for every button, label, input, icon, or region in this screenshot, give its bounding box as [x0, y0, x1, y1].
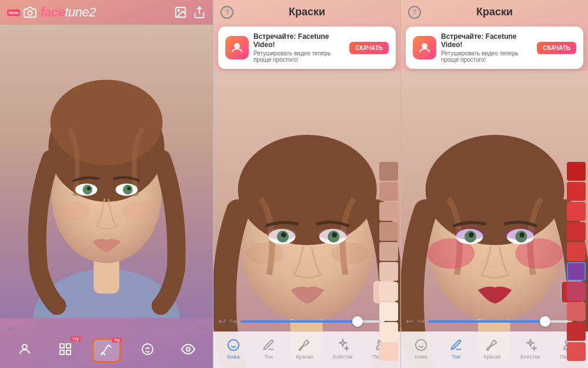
tools-row: Try Try	[0, 339, 213, 362]
svg-rect-22	[60, 350, 64, 354]
tab-kraski-2[interactable]: Краски	[292, 336, 316, 361]
panel2-header: ? Краски	[213, 0, 400, 24]
promo-text-3: Встречайте: Facetune Video! Ретушировать…	[441, 32, 532, 63]
undo-icon-2[interactable]: ↩	[218, 316, 226, 327]
swatch-3-2[interactable]	[379, 202, 398, 221]
swatch-5-3[interactable]	[567, 242, 586, 261]
tool-eye[interactable]	[175, 339, 201, 362]
swatch-8-2[interactable]	[379, 302, 398, 321]
tab-blestki-3[interactable]: Блестки	[517, 336, 544, 361]
tool-brush[interactable]: Try	[92, 339, 121, 362]
svg-point-24	[142, 344, 153, 354]
tool-grid[interactable]: Try	[52, 339, 78, 362]
promo-subtitle-3: Ретушировать видео теперь проще простого…	[441, 50, 532, 63]
swatch-8-3[interactable]	[567, 302, 586, 321]
kraski-icon-2	[297, 337, 312, 353]
svg-point-10	[51, 79, 163, 165]
new-badge: New	[7, 9, 20, 16]
tab-blestki-2[interactable]: Блестки	[329, 336, 356, 361]
svg-rect-23	[66, 350, 71, 354]
svg-rect-20	[60, 344, 64, 348]
swatch-2-3[interactable]	[567, 182, 586, 201]
svg-point-41	[331, 243, 368, 264]
header-left: New facetune2	[7, 5, 96, 20]
promo-text-2: Встречайте: Facetune Video! Ретушировать…	[253, 32, 345, 63]
swatch-10-2[interactable]	[379, 342, 398, 361]
blestki-icon-2	[335, 337, 350, 353]
kozha-icon-2	[226, 337, 241, 353]
panel-kraski-neutral: ? Краски Встречайте: Facetune Video! Рет…	[213, 0, 400, 368]
svg-point-0	[28, 11, 32, 15]
svg-point-43	[422, 43, 427, 49]
svg-point-18	[122, 202, 153, 220]
swatch-2-2[interactable]	[379, 182, 398, 201]
swatch-7-2[interactable]	[379, 282, 398, 301]
svg-point-17	[60, 202, 91, 220]
swatch-4-2[interactable]	[379, 222, 398, 241]
redo-icon-2[interactable]: ↪	[229, 316, 237, 327]
app-logo: facetune2	[40, 5, 96, 20]
promo-banner-2: Встречайте: Facetune Video! Ретушировать…	[218, 26, 396, 69]
redo-icon-3[interactable]: ↪	[417, 316, 425, 327]
panel2-title: Краски	[289, 6, 325, 18]
tab-kozha-3[interactable]: Кожа	[410, 336, 432, 361]
portrait-image-1	[0, 25, 213, 318]
undo-icon-3[interactable]: ↩	[406, 316, 413, 327]
svg-point-25	[186, 347, 190, 351]
ton-icon-2	[261, 337, 276, 353]
tab-kozha-2[interactable]: Кожа	[222, 336, 245, 361]
portrait-area-3: ↩ ↪ ⊡	[401, 71, 588, 368]
swatch-9-3[interactable]	[567, 322, 586, 341]
swatch-6-2[interactable]	[379, 262, 398, 281]
panel-main: New facetune2	[0, 0, 213, 368]
promo-download-button-2[interactable]: СКАЧАТЬ	[349, 42, 389, 54]
promo-title-3: Встречайте: Facetune Video!	[441, 32, 532, 49]
grid-icon	[57, 341, 74, 357]
swatch-4-3[interactable]	[567, 222, 586, 241]
eye-icon	[180, 341, 196, 357]
undo-icon[interactable]: ↩	[7, 323, 15, 334]
swatch-10-3[interactable]	[567, 342, 586, 361]
help-button-2[interactable]: ?	[220, 6, 233, 19]
person-icon	[16, 341, 33, 357]
tab-ton-2[interactable]: Тон	[258, 336, 280, 361]
intensity-slider-3[interactable]	[428, 320, 572, 323]
slider-row-2: ↩ ↪ ⊡	[218, 316, 396, 327]
tab-kraski-3[interactable]: Краски	[480, 336, 504, 361]
bottom-toolbar-3: Кожа Тон Краски	[401, 331, 588, 368]
swatch-6-3[interactable]	[567, 262, 586, 281]
svg-point-58	[519, 233, 524, 238]
tab-kraski-label-2: Краски	[296, 354, 313, 360]
try-badge-brush: Try	[112, 337, 122, 343]
portrait-area-1	[0, 25, 213, 318]
header-right	[174, 6, 206, 19]
swatch-7-3[interactable]	[567, 282, 586, 301]
tab-ton-3[interactable]: Тон	[445, 336, 467, 361]
swatch-9-2[interactable]	[379, 322, 398, 341]
svg-point-19	[22, 344, 27, 349]
redo-icon[interactable]: ↪	[198, 323, 206, 334]
face-icon	[139, 341, 156, 357]
camera-icon[interactable]	[24, 6, 36, 19]
ton-icon-3	[449, 337, 464, 353]
svg-point-48	[426, 135, 564, 245]
bottom-toolbar-2: Кожа Тон Краски	[213, 331, 400, 368]
tab-kraski-label-3: Краски	[483, 354, 500, 360]
gallery-icon[interactable]	[174, 6, 187, 19]
share-icon[interactable]	[193, 6, 206, 19]
swatch-1-3[interactable]	[567, 162, 586, 181]
swatch-3-3[interactable]	[567, 202, 586, 221]
svg-point-26	[234, 43, 240, 49]
tool-person[interactable]	[12, 339, 38, 362]
promo-download-button-3[interactable]: СКАЧАТЬ	[537, 42, 576, 54]
swatch-1-2[interactable]	[379, 162, 398, 181]
intensity-slider-2[interactable]	[240, 320, 385, 323]
promo-banner-3: Встречайте: Facetune Video! Ретушировать…	[406, 26, 583, 69]
svg-rect-21	[66, 344, 71, 348]
svg-point-31	[238, 135, 377, 245]
swatch-5-2[interactable]	[379, 242, 398, 261]
promo-icon-3	[413, 36, 436, 59]
tab-kozha-label-2: Кожа	[227, 354, 239, 360]
tool-face[interactable]	[135, 339, 161, 362]
help-button-3[interactable]: ?	[408, 6, 421, 19]
